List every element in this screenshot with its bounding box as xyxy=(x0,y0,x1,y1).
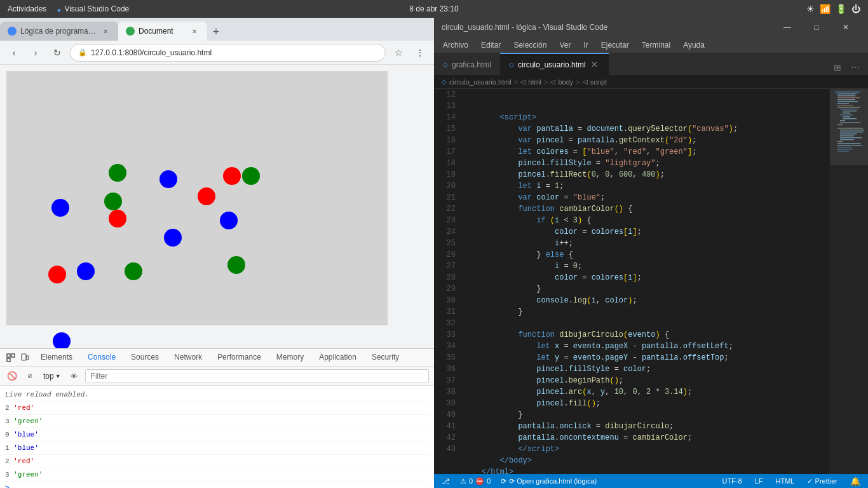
wifi-icon[interactable]: 📶 xyxy=(820,4,831,14)
vscode-tab-grafica[interactable]: ◇ grafica.html xyxy=(434,53,500,75)
code-line: </html> xyxy=(461,466,830,474)
statusbar-git-branch[interactable]: ⎇ xyxy=(439,477,452,485)
line-number: 23 xyxy=(434,215,456,226)
breadcrumb-item-1[interactable]: circulo_usuario.html xyxy=(449,78,512,86)
statusbar-open-file[interactable]: ⟳ ⟳ Open grafica.html (lógica) xyxy=(498,477,599,485)
notifications-icon: 🔔 xyxy=(850,477,860,486)
line-number: 40 xyxy=(434,409,456,421)
code-line: </script> xyxy=(461,444,830,455)
close-button[interactable]: ✕ xyxy=(831,18,860,37)
menu-terminal[interactable]: Terminal xyxy=(635,37,677,53)
minimize-button[interactable]: — xyxy=(773,18,802,37)
context-selector[interactable]: top ▼ xyxy=(41,372,64,381)
preserve-log-button[interactable]: ⊘ xyxy=(23,369,37,383)
devtools-tab-security[interactable]: Security xyxy=(364,346,407,369)
split-editor-button[interactable]: ⊞ xyxy=(830,60,845,75)
line-number: 36 xyxy=(434,363,456,375)
more-actions-button[interactable]: ⋯ xyxy=(848,60,863,75)
canvas-circle xyxy=(159,170,177,188)
os-activities[interactable]: Actividades xyxy=(8,4,46,13)
extensions-button[interactable]: ⋮ xyxy=(411,44,429,62)
code-line: let colores = ["blue", "red", "green"]; xyxy=(461,146,830,158)
breadcrumb-sep-2: > xyxy=(544,78,548,86)
canvas-area xyxy=(0,65,434,348)
tab1-close-btn[interactable]: ✕ xyxy=(100,26,111,36)
line-number: 18 xyxy=(434,158,456,169)
power-icon[interactable]: ⏻ xyxy=(851,4,860,14)
code-line: } xyxy=(461,283,830,295)
tab2-close-btn[interactable]: ✕ xyxy=(189,26,200,36)
code-line: pantalla.onclick = dibujarCirculo; xyxy=(461,421,830,432)
warning-count: 0 xyxy=(487,477,491,485)
tab2-favicon xyxy=(126,27,135,36)
reload-button[interactable]: ↻ xyxy=(48,44,66,62)
canvas-circle xyxy=(77,262,95,280)
menu-ir[interactable]: Ir xyxy=(577,37,594,53)
menu-editar[interactable]: Editar xyxy=(475,37,507,53)
device-toolbar-button[interactable] xyxy=(18,351,32,365)
breadcrumb-item-4[interactable]: script xyxy=(590,78,607,86)
menu-ver[interactable]: Ver xyxy=(553,37,577,53)
console-filter-input[interactable] xyxy=(85,369,429,383)
breadcrumb-icon-4: ◁ xyxy=(583,78,588,85)
menu-ejecutar[interactable]: Ejecutar xyxy=(595,37,635,53)
devtools-tab-memory[interactable]: Memory xyxy=(269,346,311,369)
canvas-circle xyxy=(227,256,245,274)
devtools-tab-sources[interactable]: Sources xyxy=(123,346,166,369)
devtools-tab-network[interactable]: Network xyxy=(166,346,210,369)
statusbar-eol[interactable]: LF xyxy=(752,477,766,485)
menu-seleccion[interactable]: Selección xyxy=(507,37,553,53)
devtools-tab-console[interactable]: Console xyxy=(80,346,123,369)
line-number: 31 xyxy=(434,306,456,318)
code-line: pantalla.oncontextmenu = cambiarColor; xyxy=(461,432,830,444)
statusbar-language[interactable]: HTML xyxy=(773,477,797,485)
code-line: function dibujarCirculo(evento) { xyxy=(461,329,830,341)
console-line-system: Live reload enabled. xyxy=(5,388,429,402)
line-number: 37 xyxy=(434,375,456,386)
menu-ayuda[interactable]: Ayuda xyxy=(677,37,711,53)
new-tab-button[interactable]: + xyxy=(207,23,225,41)
vscode-tab-circulo[interactable]: ◇ circulo_usuario.html ✕ xyxy=(500,53,609,75)
menu-archivo[interactable]: Archivo xyxy=(437,37,475,53)
prettier-label: ✓ Prettier xyxy=(807,477,837,485)
code-line xyxy=(461,318,830,329)
vscode-icon: ⬥ xyxy=(57,4,62,14)
bookmark-button[interactable]: ☆ xyxy=(390,44,407,62)
battery-icon[interactable]: 🔋 xyxy=(836,4,846,14)
error-count: 0 xyxy=(469,477,473,485)
statusbar-encoding[interactable]: UTF-8 xyxy=(720,477,745,485)
code-line: i++; xyxy=(461,238,830,249)
vscode-tab2-close[interactable]: ✕ xyxy=(590,60,600,70)
line-number: 28 xyxy=(434,272,456,283)
code-line: } xyxy=(461,306,830,318)
statusbar-errors[interactable]: ⚠ 0 ⛔ 0 xyxy=(458,477,493,485)
back-button[interactable]: ‹ xyxy=(5,44,23,62)
devtools-tab-performance[interactable]: Performance xyxy=(210,346,269,369)
inspect-element-button[interactable] xyxy=(4,351,18,365)
canvas-circle xyxy=(223,167,241,185)
breadcrumb-icon-3: ◁ xyxy=(550,78,555,85)
html-canvas[interactable] xyxy=(6,71,388,325)
breadcrumb-item-3[interactable]: body xyxy=(558,78,573,86)
vscode-window-controls: — □ ✕ xyxy=(773,18,860,37)
browser-tab-1[interactable]: Lógica de programación: ✕ xyxy=(0,22,118,41)
clear-console-button[interactable]: 🚫 xyxy=(5,369,19,383)
address-bar[interactable]: 🔒 127.0.0.1:8080/circulo_usuario.html xyxy=(70,44,386,62)
breadcrumb-item-2[interactable]: html xyxy=(528,78,541,86)
canvas-circle xyxy=(53,332,71,348)
statusbar-prettier[interactable]: ✓ Prettier xyxy=(804,477,840,485)
maximize-button[interactable]: □ xyxy=(802,18,831,37)
devtools-tab-application[interactable]: Application xyxy=(311,346,364,369)
console-line-3: 0 'blue' xyxy=(5,428,429,442)
browser-tab-2[interactable]: Document ✕ xyxy=(118,22,207,41)
code-content[interactable]: <script> var pantalla = document.querySe… xyxy=(461,89,830,474)
console-prompt-line[interactable]: > xyxy=(5,482,429,488)
statusbar-notifications[interactable]: 🔔 xyxy=(848,477,863,486)
breadcrumb-sep-1: > xyxy=(514,78,518,86)
brightness-icon[interactable]: ☀ xyxy=(806,4,815,14)
show-console-sidebar-button[interactable]: 👁 xyxy=(67,369,81,383)
forward-button[interactable]: › xyxy=(27,44,44,62)
line-number: 29 xyxy=(434,283,456,295)
os-vscode-launcher[interactable]: ⬥ Visual Studio Code xyxy=(57,4,129,14)
devtools-tab-elements[interactable]: Elements xyxy=(33,346,80,369)
